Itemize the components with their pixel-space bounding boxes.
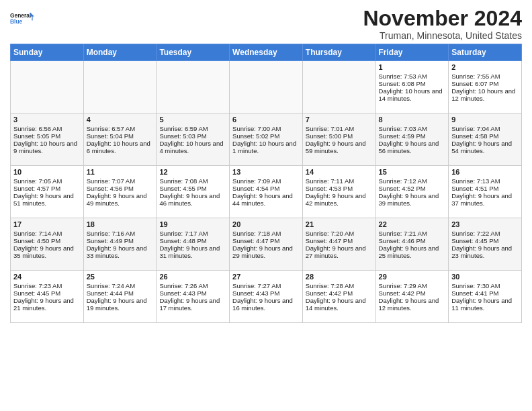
table-row: 8Sunrise: 7:03 AMSunset: 4:59 PMDaylight… <box>375 113 449 166</box>
day-info: Sunrise: 7:04 AM <box>451 125 519 132</box>
table-row: 13Sunrise: 7:09 AMSunset: 4:54 PMDayligh… <box>230 166 303 218</box>
day-info: Sunrise: 7:26 AM <box>159 282 226 289</box>
day-number: 23 <box>451 220 519 228</box>
day-info: Sunrise: 7:27 AM <box>232 282 300 289</box>
day-info: Daylight: 9 hours and 14 minutes. <box>306 297 373 312</box>
day-number: 4 <box>87 116 154 124</box>
col-thursday: Thursday <box>302 44 375 61</box>
day-info: Daylight: 10 hours and 6 minutes. <box>87 140 154 154</box>
day-info: Sunrise: 7:28 AM <box>306 282 373 289</box>
table-row: 6Sunrise: 7:00 AMSunset: 5:02 PMDaylight… <box>230 113 303 166</box>
day-info: Sunset: 4:49 PM <box>87 237 154 244</box>
day-info: Sunset: 4:46 PM <box>379 237 446 244</box>
day-number: 8 <box>379 116 446 124</box>
day-info: Sunset: 4:43 PM <box>159 289 226 297</box>
day-info: Daylight: 9 hours and 37 minutes. <box>451 192 519 207</box>
day-info: Daylight: 9 hours and 21 minutes. <box>13 297 81 312</box>
day-number: 5 <box>159 116 226 124</box>
day-info: Sunrise: 7:00 AM <box>232 125 300 132</box>
day-info: Sunset: 4:53 PM <box>306 185 373 192</box>
day-info: Sunset: 5:05 PM <box>13 132 81 140</box>
table-row <box>83 61 157 113</box>
day-number: 14 <box>306 168 373 176</box>
day-info: Daylight: 9 hours and 49 minutes. <box>87 192 154 207</box>
table-row: 5Sunrise: 6:59 AMSunset: 5:03 PMDaylight… <box>157 113 230 166</box>
svg-text:General: General <box>10 12 31 19</box>
day-number: 19 <box>159 220 226 228</box>
day-info: Sunrise: 7:12 AM <box>379 177 446 185</box>
day-info: Sunset: 4:45 PM <box>13 289 81 297</box>
location: Truman, Minnesota, United States <box>363 30 522 41</box>
day-info: Daylight: 9 hours and 33 minutes. <box>87 244 154 259</box>
day-info: Sunrise: 7:29 AM <box>379 282 446 289</box>
table-row: 29Sunrise: 7:29 AMSunset: 4:42 PMDayligh… <box>375 271 449 323</box>
day-info: Sunset: 5:04 PM <box>87 132 154 140</box>
day-info: Daylight: 9 hours and 44 minutes. <box>232 192 300 207</box>
table-row: 18Sunrise: 7:16 AMSunset: 4:49 PMDayligh… <box>83 218 157 271</box>
day-number: 26 <box>159 273 226 281</box>
col-monday: Monday <box>83 44 157 61</box>
day-number: 3 <box>13 116 81 124</box>
day-info: Sunrise: 7:01 AM <box>306 125 373 132</box>
day-info: Daylight: 9 hours and 11 minutes. <box>451 297 519 312</box>
day-info: Sunset: 5:00 PM <box>306 132 373 140</box>
day-info: Daylight: 10 hours and 1 minute. <box>232 140 300 154</box>
day-number: 25 <box>87 273 154 281</box>
day-info: Sunrise: 7:18 AM <box>232 230 300 237</box>
day-number: 16 <box>451 168 519 176</box>
day-info: Sunrise: 7:13 AM <box>451 177 519 185</box>
table-row: 4Sunrise: 6:57 AMSunset: 5:04 PMDaylight… <box>83 113 157 166</box>
day-info: Daylight: 9 hours and 29 minutes. <box>232 244 300 259</box>
day-number: 11 <box>87 168 154 176</box>
table-row: 23Sunrise: 7:22 AMSunset: 4:45 PMDayligh… <box>449 218 522 271</box>
day-info: Sunset: 4:42 PM <box>379 289 446 297</box>
col-friday: Friday <box>375 44 449 61</box>
day-info: Sunrise: 7:05 AM <box>13 177 81 185</box>
day-info: Daylight: 9 hours and 51 minutes. <box>13 192 81 207</box>
table-row: 22Sunrise: 7:21 AMSunset: 4:46 PMDayligh… <box>375 218 449 271</box>
day-info: Daylight: 10 hours and 12 minutes. <box>451 87 519 102</box>
col-wednesday: Wednesday <box>230 44 303 61</box>
day-info: Daylight: 9 hours and 27 minutes. <box>306 244 373 259</box>
day-info: Sunset: 4:58 PM <box>451 132 519 140</box>
day-info: Daylight: 9 hours and 16 minutes. <box>232 297 300 312</box>
day-info: Sunrise: 7:11 AM <box>306 177 373 185</box>
day-info: Sunrise: 7:20 AM <box>306 230 373 237</box>
table-row: 11Sunrise: 7:07 AMSunset: 4:56 PMDayligh… <box>83 166 157 218</box>
header: General Blue November 2024 Truman, Minne… <box>10 7 522 41</box>
table-row: 12Sunrise: 7:08 AMSunset: 4:55 PMDayligh… <box>157 166 230 218</box>
day-info: Sunrise: 7:53 AM <box>379 73 446 80</box>
day-info: Daylight: 9 hours and 31 minutes. <box>159 244 226 259</box>
day-number: 20 <box>232 220 300 228</box>
day-number: 27 <box>232 273 300 281</box>
table-row: 3Sunrise: 6:56 AMSunset: 5:05 PMDaylight… <box>11 113 84 166</box>
table-row: 24Sunrise: 7:23 AMSunset: 4:45 PMDayligh… <box>11 271 84 323</box>
day-info: Sunrise: 7:14 AM <box>13 230 81 237</box>
header-row: Sunday Monday Tuesday Wednesday Thursday… <box>11 44 522 61</box>
day-info: Sunrise: 7:23 AM <box>13 282 81 289</box>
day-number: 24 <box>13 273 81 281</box>
page-container: General Blue November 2024 Truman, Minne… <box>0 0 532 330</box>
day-info: Sunrise: 7:24 AM <box>87 282 154 289</box>
day-info: Daylight: 9 hours and 59 minutes. <box>306 140 373 154</box>
table-row: 14Sunrise: 7:11 AMSunset: 4:53 PMDayligh… <box>302 166 375 218</box>
table-row: 27Sunrise: 7:27 AMSunset: 4:43 PMDayligh… <box>230 271 303 323</box>
svg-marker-2 <box>30 12 34 20</box>
day-number: 12 <box>159 168 226 176</box>
day-info: Sunset: 4:44 PM <box>87 289 154 297</box>
day-info: Daylight: 9 hours and 12 minutes. <box>379 297 446 312</box>
table-row: 2Sunrise: 7:55 AMSunset: 6:07 PMDaylight… <box>449 61 522 113</box>
col-tuesday: Tuesday <box>157 44 230 61</box>
logo: General Blue <box>10 7 34 31</box>
day-info: Daylight: 9 hours and 19 minutes. <box>87 297 154 312</box>
day-info: Sunrise: 7:55 AM <box>451 73 519 80</box>
day-info: Sunset: 4:48 PM <box>159 237 226 244</box>
day-info: Sunset: 4:51 PM <box>451 185 519 192</box>
day-info: Sunrise: 7:16 AM <box>87 230 154 237</box>
day-info: Sunrise: 7:09 AM <box>232 177 300 185</box>
day-info: Sunset: 4:50 PM <box>13 237 81 244</box>
logo-svg: General Blue <box>10 7 34 31</box>
table-row: 20Sunrise: 7:18 AMSunset: 4:47 PMDayligh… <box>230 218 303 271</box>
day-info: Sunset: 4:54 PM <box>232 185 300 192</box>
table-row <box>11 61 84 113</box>
